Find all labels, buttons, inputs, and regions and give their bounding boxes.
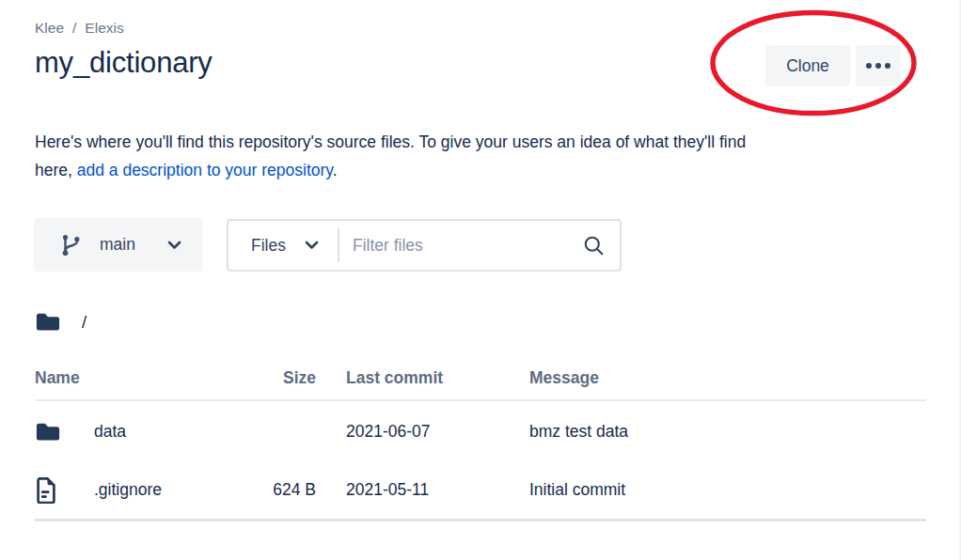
clone-button[interactable]: Clone <box>765 45 850 86</box>
more-options-button[interactable] <box>856 45 901 86</box>
table-row: data 2021-06-07 bmz test data <box>35 401 926 461</box>
ellipsis-icon <box>865 62 891 70</box>
last-commit-cell: 2021-06-07 <box>346 422 529 442</box>
file-table-header: Name Size Last commit Message <box>35 346 926 401</box>
folder-icon <box>35 311 61 333</box>
folder-link[interactable]: data <box>94 422 126 441</box>
chevron-down-icon <box>167 241 181 250</box>
breadcrumb: Klee / Elexis <box>35 18 959 38</box>
table-row: .gitignore 624 B 2021-05-11 Initial comm… <box>35 461 926 521</box>
file-size-cell: 624 B <box>244 480 316 500</box>
header-actions: Clone <box>765 45 901 86</box>
repository-source-page: Klee / Elexis my_dictionary Clone Here's… <box>0 0 961 560</box>
filter-scope-label: Files <box>251 236 286 256</box>
repo-description: Here's where you'll find this repository… <box>35 128 914 184</box>
current-path-row: / <box>35 311 959 333</box>
file-filter-group: Files <box>227 219 622 272</box>
file-name-cell: data <box>94 422 244 442</box>
description-line2-prefix: here, <box>35 161 77 179</box>
folder-icon <box>35 421 94 443</box>
file-table: Name Size Last commit Message data 2021-… <box>35 346 926 521</box>
column-header-size: Size <box>244 368 316 388</box>
column-header-last-commit: Last commit <box>346 368 529 388</box>
commit-message-cell: Initial commit <box>529 480 926 500</box>
source-toolbar: main Files <box>34 218 959 272</box>
breadcrumb-repo-link[interactable]: Elexis <box>85 18 123 38</box>
last-commit-cell: 2021-05-11 <box>346 480 529 500</box>
breadcrumb-project-link[interactable]: Klee <box>35 18 64 38</box>
breadcrumb-separator: / <box>72 18 76 38</box>
branch-selector[interactable]: main <box>34 218 202 272</box>
branch-name-label: main <box>100 235 135 255</box>
commit-message-cell: bmz test data <box>529 422 926 442</box>
column-header-name: Name <box>35 368 244 388</box>
description-line1: Here's where you'll find this repository… <box>35 132 746 151</box>
search-icon <box>583 235 605 257</box>
description-suffix: . <box>333 161 338 179</box>
filter-scope-select[interactable]: Files <box>228 221 338 270</box>
file-name-cell: .gitignore <box>94 480 244 500</box>
root-path-link[interactable]: / <box>82 312 87 333</box>
column-header-message: Message <box>529 368 926 388</box>
chevron-down-icon <box>305 241 319 250</box>
filter-files-input[interactable] <box>339 221 583 270</box>
file-link[interactable]: .gitignore <box>94 480 162 499</box>
document-icon <box>35 477 94 504</box>
add-description-link[interactable]: add a description to your repository <box>77 161 333 179</box>
git-branch-icon <box>59 233 84 257</box>
